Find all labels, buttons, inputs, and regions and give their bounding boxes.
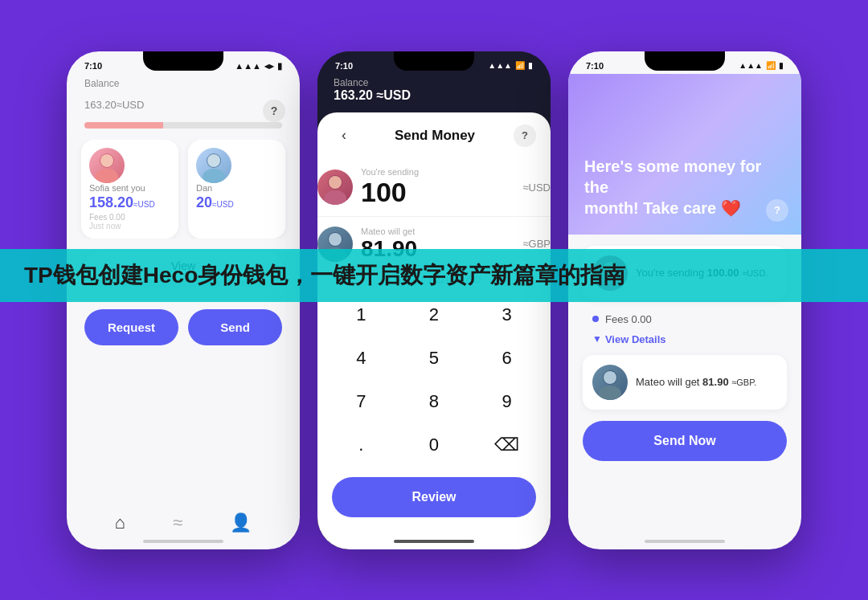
battery-icon-2: ▮: [528, 61, 533, 70]
key-4[interactable]: 4: [326, 337, 397, 379]
phone-notch: [143, 51, 223, 71]
action-buttons: Request Send: [67, 309, 300, 345]
fees-amount: 0.00: [632, 313, 652, 325]
key-7[interactable]: 7: [326, 381, 397, 422]
svg-point-8: [329, 176, 342, 189]
sending-row: You're sending 100 ≈USD: [317, 156, 551, 217]
review-button[interactable]: Review: [332, 477, 536, 517]
svg-point-4: [203, 169, 225, 183]
p2-balance-label: Balance: [334, 77, 411, 88]
sending-amount: 100: [361, 177, 407, 207]
time-1: 7:10: [84, 61, 102, 71]
sending-info: You're sending 100: [361, 167, 514, 208]
status-icons-3: ▲▲▲ 📶 ▮: [739, 61, 784, 70]
wifi-icon-3: 📶: [766, 61, 776, 70]
send-now-button[interactable]: Send Now: [583, 421, 787, 461]
tx-name-dan: Dan: [196, 183, 277, 193]
key-0[interactable]: 0: [399, 424, 470, 466]
p2-balance-amount: 163.20 ≈USD: [334, 88, 411, 103]
transactions-list: Sofia sent you 158.20≈USD Fees 0.00 Just…: [67, 140, 300, 239]
sofia-avatar-svg: [89, 148, 125, 183]
fees-row: Fees 0.00: [583, 308, 787, 330]
svg-point-16: [599, 386, 621, 400]
phone-notch-2: [394, 51, 474, 71]
view-details-label: View Details: [605, 333, 666, 345]
balance-currency-1: ≈USD: [117, 99, 145, 111]
time-2: 7:10: [335, 61, 353, 71]
avatar-dan: [196, 148, 231, 183]
profile-icon[interactable]: 👤: [230, 512, 252, 533]
balance-label-1: Balance: [84, 78, 282, 89]
svg-point-2: [100, 154, 113, 167]
signal-icon-3: ▲▲▲: [739, 61, 763, 70]
svg-point-11: [329, 233, 342, 246]
back-button[interactable]: ‹: [332, 124, 356, 148]
signal-icon-2: ▲▲▲: [488, 61, 512, 70]
key-dot[interactable]: .: [326, 424, 397, 466]
svg-point-7: [324, 190, 346, 205]
time-3: 7:10: [586, 61, 604, 71]
progress-bar-1: [84, 122, 282, 129]
tx-name-sofia: Sofia sent you: [89, 183, 170, 193]
send-money-title: Send Money: [395, 128, 475, 144]
sender-avatar-svg: [317, 169, 353, 205]
fees-dot: [592, 316, 599, 322]
help-button-3[interactable]: ?: [766, 199, 788, 222]
p3-receiver-avatar: [592, 365, 628, 400]
bottom-nav: ⌂ ≈ 👤: [67, 512, 300, 533]
gradient-header: Here's some money for themonth! Take car…: [568, 74, 801, 235]
sending-currency: ≈USD: [522, 182, 551, 194]
key-8[interactable]: 8: [399, 381, 470, 422]
key-5[interactable]: 5: [399, 337, 470, 379]
tx-time-sofia: Just now: [89, 222, 170, 231]
home-indicator-3: [645, 540, 725, 543]
home-icon[interactable]: ⌂: [115, 512, 125, 533]
banner-overlay: TP钱包创建Heco身份钱包，一键开启数字资产新篇章的指南: [0, 249, 868, 302]
fees-label: Fees 0.00: [605, 313, 652, 325]
p3-receiver-avatar-svg: [592, 365, 628, 400]
p3-message-container: Here's some money for themonth! Take car…: [584, 156, 785, 218]
banner-text: TP钱包创建Heco身份钱包，一键开启数字资产新篇章的指南: [24, 260, 625, 291]
tx-fee-sofia: Fees 0.00: [89, 213, 170, 222]
wifi-icon-1: ◂▸: [264, 61, 274, 71]
p3-receiver-amount: 81.90 ≈GBP.: [702, 376, 756, 388]
help-button-2[interactable]: ?: [514, 124, 536, 147]
tx-amount-dan: 20≈USD: [196, 194, 277, 211]
battery-icon-1: ▮: [277, 61, 282, 71]
battery-icon-3: ▮: [779, 61, 784, 70]
svg-point-1: [96, 169, 118, 183]
svg-point-17: [604, 371, 616, 384]
sending-label: You're sending: [361, 167, 514, 177]
dan-avatar-svg: [196, 148, 231, 183]
status-icons-2: ▲▲▲ 📶 ▮: [488, 61, 533, 70]
receiving-label: Mateo will get: [361, 227, 514, 236]
key-backspace[interactable]: ⌫: [471, 424, 542, 466]
avatar-sofia: [89, 148, 125, 183]
p3-receiver-card: Mateo will get 81.90 ≈GBP.: [583, 355, 787, 410]
view-details-button[interactable]: ▼ View Details: [583, 330, 787, 349]
request-button[interactable]: Request: [84, 309, 178, 345]
transaction-card-sofia: Sofia sent you 158.20≈USD Fees 0.00 Just…: [81, 140, 178, 239]
home-indicator-1: [143, 540, 223, 543]
home-indicator-2: [394, 540, 474, 543]
sender-avatar: [317, 169, 353, 205]
heart-emoji: ❤️: [721, 199, 741, 217]
p3-receiver-text: Mateo will get 81.90 ≈GBP.: [636, 376, 756, 388]
key-6[interactable]: 6: [471, 337, 542, 379]
tx-amount-sofia: 158.20≈USD: [89, 194, 170, 211]
transfer-icon[interactable]: ≈: [173, 512, 182, 533]
wifi-icon-2: 📶: [515, 61, 525, 70]
key-9[interactable]: 9: [471, 381, 542, 422]
help-button-1[interactable]: ?: [263, 100, 285, 122]
send-button[interactable]: Send: [188, 309, 282, 345]
p2-top-header: Balance 163.20 ≈USD: [317, 74, 551, 112]
p2-balance-info: Balance 163.20 ≈USD: [334, 77, 411, 103]
phone-notch-3: [645, 51, 725, 71]
signal-icon-1: ▲▲▲: [235, 61, 261, 71]
transaction-card-dan: Dan 20≈USD: [188, 140, 285, 239]
keypad: 1 2 3 4 5 6 7 8 9 . 0 ⌫: [317, 294, 551, 466]
receiving-currency: ≈GBP: [522, 238, 551, 250]
status-icons-1: ▲▲▲ ◂▸ ▮: [235, 61, 282, 71]
chevron-icon: ▼: [592, 333, 602, 345]
balance-amount-1: 163.20≈USD: [84, 89, 282, 114]
